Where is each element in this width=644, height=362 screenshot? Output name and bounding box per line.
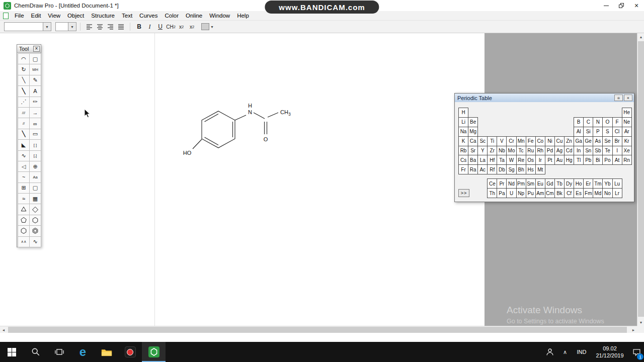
cyclohexane-tool[interactable] [29, 215, 41, 226]
element-pa[interactable]: Pa [497, 188, 507, 198]
element-pt[interactable]: Pt [545, 155, 555, 165]
style-combo[interactable]: ▼ [4, 22, 51, 31]
vertical-scroll-thumb[interactable] [638, 41, 644, 317]
element-he[interactable]: He [622, 108, 632, 118]
close-button[interactable]: × [629, 0, 644, 11]
element-po[interactable]: Po [602, 155, 612, 165]
cyclobutane-tool[interactable] [29, 204, 41, 215]
element-cu[interactable]: Cu [554, 136, 565, 146]
acyclic-chain-tool[interactable]: ∧∧ [18, 236, 30, 247]
minimize-button[interactable] [599, 0, 614, 11]
element-zr[interactable]: Zr [487, 146, 497, 156]
drawing-elements-tool[interactable]: ▭ [29, 129, 41, 140]
element-sr[interactable]: Sr [468, 146, 478, 156]
file-explorer-taskbar-icon[interactable] [95, 342, 118, 362]
element-hf[interactable]: Hf [487, 155, 497, 165]
element-b[interactable]: B [574, 117, 584, 127]
element-sm[interactable]: Sm [526, 178, 536, 189]
tool-palette-titlebar[interactable]: Tool × [17, 45, 41, 53]
element-ba[interactable]: Ba [468, 155, 478, 165]
eraser-tool[interactable]: ✎ [29, 75, 41, 86]
element-ca[interactable]: Ca [468, 136, 478, 146]
element-nd[interactable]: Nd [506, 178, 516, 189]
element-al[interactable]: Al [574, 127, 584, 137]
element-pb[interactable]: Pb [583, 155, 593, 165]
bracket-tool[interactable]: [ ] [29, 139, 41, 150]
marquee-tool[interactable]: ▢ [29, 53, 41, 64]
element-ge[interactable]: Ge [583, 136, 593, 146]
atom-label-tool[interactable]: Aa [29, 171, 41, 183]
element-la[interactable]: La [477, 155, 488, 165]
element-yb[interactable]: Yb [602, 178, 612, 189]
element-es[interactable]: Es [574, 188, 584, 198]
element-hg[interactable]: Hg [564, 155, 574, 165]
arrow-tool[interactable]: → [29, 107, 41, 118]
start-button[interactable] [0, 342, 24, 362]
language-indicator[interactable]: IND [573, 342, 591, 362]
bracket-pair-tool[interactable]: [,] [29, 150, 41, 161]
bold-button[interactable]: B [134, 22, 144, 32]
element-ne[interactable]: Ne [622, 117, 632, 127]
align-justify-button[interactable] [116, 22, 126, 32]
element-cs[interactable]: Cs [458, 155, 468, 165]
search-button[interactable] [24, 342, 47, 362]
element-pm[interactable]: Pm [516, 178, 526, 189]
element-si[interactable]: Si [583, 127, 593, 137]
wedge-bond-tool[interactable]: ◣ [18, 139, 30, 150]
menu-item-online[interactable]: Online [182, 12, 206, 20]
align-left-button[interactable] [84, 22, 95, 32]
scroll-up-arrow[interactable]: ▲ [637, 33, 644, 40]
element-ra[interactable]: Ra [468, 164, 478, 174]
element-rn[interactable]: Rn [622, 155, 632, 165]
element-pr[interactable]: Pr [497, 178, 507, 189]
scroll-right-arrow[interactable]: ► [630, 326, 637, 333]
element-no[interactable]: No [602, 188, 612, 198]
element-ni[interactable]: Ni [545, 136, 555, 146]
element-cl[interactable]: Cl [612, 127, 622, 137]
element-f[interactable]: F [612, 117, 622, 127]
menu-item-edit[interactable]: Edit [28, 12, 45, 20]
vertical-scrollbar[interactable]: ▲ ▼ [637, 33, 644, 326]
periodic-more-button[interactable]: >> [458, 189, 469, 197]
element-bh[interactable]: Bh [516, 164, 526, 174]
element-c[interactable]: C [583, 117, 593, 127]
subscript-button[interactable]: x2 [176, 22, 187, 32]
element-mn[interactable]: Mn [516, 136, 526, 146]
chemical-symbols-tool[interactable]: ⊕ [29, 161, 41, 172]
element-v[interactable]: V [497, 136, 507, 146]
menu-item-object[interactable]: Object [64, 12, 88, 20]
element-bk[interactable]: Bk [554, 188, 565, 198]
element-tm[interactable]: Tm [593, 178, 603, 189]
scroll-left-arrow[interactable]: ◄ [0, 326, 7, 333]
chemdraw-taskbar-icon[interactable] [142, 342, 166, 362]
task-view-button[interactable] [47, 342, 71, 362]
element-tb[interactable]: Tb [554, 178, 565, 189]
menu-item-text[interactable]: Text [118, 12, 136, 20]
color-button[interactable]: ▼ [201, 23, 214, 30]
element-i[interactable]: I [612, 146, 622, 156]
horizontal-scrollbar[interactable]: ◄ ► [0, 326, 637, 333]
element-md[interactable]: Md [593, 188, 603, 198]
element-hs[interactable]: Hs [526, 164, 536, 174]
hashed-bond-tool[interactable]: /// [18, 107, 30, 118]
element-as[interactable]: As [593, 136, 603, 146]
element-zn[interactable]: Zn [564, 136, 574, 146]
element-lr[interactable]: Lr [612, 188, 622, 198]
size-combo-field[interactable] [55, 22, 68, 31]
element-sg[interactable]: Sg [506, 164, 516, 174]
combo-dropdown-icon[interactable]: ▼ [68, 22, 76, 31]
element-co[interactable]: Co [535, 136, 545, 146]
benzene-tool[interactable] [29, 225, 41, 236]
element-xe[interactable]: Xe [622, 146, 632, 156]
superscript-button[interactable]: x2 [187, 22, 197, 32]
solid-bond-tool[interactable]: ╲ [18, 75, 30, 86]
multiple-bond-tool[interactable]: ╲ [18, 85, 30, 97]
element-th[interactable]: Th [487, 188, 497, 198]
hidden-icons-chevron[interactable]: ∧ [557, 342, 573, 362]
element-te[interactable]: Te [602, 146, 612, 156]
menu-item-file[interactable]: File [11, 12, 28, 20]
orbital-tool[interactable]: ∞ [29, 118, 41, 129]
element-be[interactable]: Be [468, 117, 478, 127]
element-ru[interactable]: Ru [526, 146, 536, 156]
menu-item-view[interactable]: View [44, 12, 64, 20]
